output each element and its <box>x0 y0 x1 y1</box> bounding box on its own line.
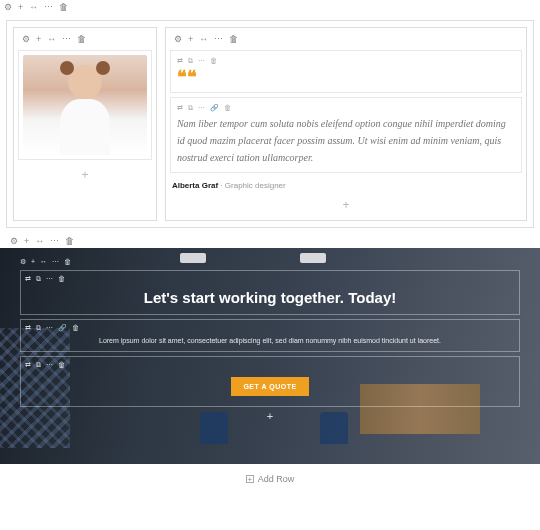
link-icon[interactable]: 🔗 <box>58 324 67 332</box>
arrows-icon[interactable]: ↔ <box>35 236 44 246</box>
element-heading[interactable]: ⇄ ⧉ ⋯ 🗑 Let's start working together. To… <box>20 270 520 315</box>
ellipsis-icon[interactable]: ⋯ <box>198 104 205 112</box>
quote-icon: ❝❝ <box>177 68 515 86</box>
plus-icon[interactable]: + <box>31 258 35 266</box>
plus-box-icon: + <box>246 475 254 483</box>
element-quote-text[interactable]: ⇄ ⧉ ⋯ 🔗 🗑 Nam liber tempor cum soluta no… <box>170 97 522 173</box>
trash-icon[interactable]: 🗑 <box>229 34 238 44</box>
arrows-icon[interactable]: ↔ <box>47 34 56 44</box>
column-toolbar: ⚙ + ↔ ⋯ 🗑 <box>18 32 152 46</box>
element-quote-icon[interactable]: ⇄ ⧉ ⋯ 🗑 ❝❝ <box>170 50 522 93</box>
dup-icon[interactable]: ⧉ <box>36 324 41 332</box>
arrows-icon[interactable]: ↔ <box>199 34 208 44</box>
alt-icon[interactable]: ⇄ <box>177 104 183 112</box>
column-image: ⚙ + ↔ ⋯ 🗑 + <box>13 27 157 221</box>
plus-icon[interactable]: + <box>24 236 29 246</box>
add-row-button[interactable]: +Add Row <box>0 464 540 494</box>
arrows-icon[interactable]: ↔ <box>40 258 47 266</box>
author-role: Graphic designer <box>225 181 286 190</box>
alt-icon[interactable]: ⇄ <box>25 324 31 332</box>
plus-icon[interactable]: + <box>18 2 23 12</box>
ellipsis-icon[interactable]: ⋯ <box>52 258 59 266</box>
section-testimonial: ⚙ + ↔ ⋯ 🗑 ⚙ + ↔ ⋯ 🗑 + ⚙ + ↔ ⋯ 🗑 ⇄ ⧉ <box>0 0 540 228</box>
add-element-button[interactable]: + <box>170 194 522 216</box>
column-content: ⚙ + ↔ ⋯ 🗑 ⇄ ⧉ ⋯ 🗑 ❝❝ ⇄ ⧉ ⋯ 🔗 🗑 Nam liber… <box>165 27 527 221</box>
element-image[interactable] <box>18 50 152 160</box>
author-name: Alberta Graf <box>172 181 218 190</box>
column-toolbar: ⚙ + ↔ ⋯ 🗑 <box>170 32 522 46</box>
section-cta: ⚙ + ↔ ⋯ 🗑 ⇄ ⧉ ⋯ 🗑 Let's start working to… <box>0 248 540 464</box>
cta-subtext: Lorem ipsum dolor sit amet, consectetuer… <box>25 334 515 347</box>
gear-icon[interactable]: ⚙ <box>174 34 182 44</box>
ellipsis-icon[interactable]: ⋯ <box>214 34 223 44</box>
ellipsis-icon[interactable]: ⋯ <box>50 236 59 246</box>
add-row-label: Add Row <box>258 474 295 484</box>
cta-heading: Let's start working together. Today! <box>25 285 515 310</box>
quote-text: Nam liber tempor cum soluta nobis eleife… <box>177 115 515 166</box>
dup-icon[interactable]: ⧉ <box>188 104 193 112</box>
trash-icon[interactable]: 🗑 <box>210 57 217 65</box>
ellipsis-icon[interactable]: ⋯ <box>62 34 71 44</box>
ellipsis-icon[interactable]: ⋯ <box>198 57 205 65</box>
ellipsis-icon[interactable]: ⋯ <box>46 361 53 369</box>
sep: · <box>218 181 225 190</box>
trash-icon[interactable]: 🗑 <box>59 2 68 12</box>
plus-icon[interactable]: + <box>188 34 193 44</box>
gear-icon[interactable]: ⚙ <box>22 34 30 44</box>
trash-icon[interactable]: 🗑 <box>58 361 65 369</box>
trash-icon[interactable]: 🗑 <box>72 324 79 332</box>
element-toolbar: ⇄ ⧉ ⋯ 🗑 <box>25 275 515 283</box>
trash-icon[interactable]: 🗑 <box>65 236 74 246</box>
arrows-icon[interactable]: ↔ <box>29 2 38 12</box>
row: ⚙ + ↔ ⋯ 🗑 + ⚙ + ↔ ⋯ 🗑 ⇄ ⧉ ⋯ 🗑 ❝❝ <box>6 20 534 228</box>
alt-icon[interactable]: ⇄ <box>25 361 31 369</box>
dup-icon[interactable]: ⧉ <box>36 275 41 283</box>
element-toolbar: ⇄ ⧉ ⋯ 🔗 🗑 <box>177 104 515 112</box>
add-element-button[interactable]: + <box>20 407 520 425</box>
ellipsis-icon[interactable]: ⋯ <box>46 275 53 283</box>
element-toolbar: ⇄ ⧉ ⋯ 🗑 <box>25 361 515 369</box>
plus-icon[interactable]: + <box>36 34 41 44</box>
ellipsis-icon[interactable]: ⋯ <box>46 324 53 332</box>
trash-icon[interactable]: 🗑 <box>58 275 65 283</box>
ellipsis-icon[interactable]: ⋯ <box>44 2 53 12</box>
section-toolbar: ⚙ + ↔ ⋯ 🗑 <box>0 0 540 14</box>
element-button[interactable]: ⇄ ⧉ ⋯ 🗑 GET A QUOTE <box>20 356 520 407</box>
element-toolbar: ⇄ ⧉ ⋯ 🗑 <box>177 57 515 65</box>
trash-icon[interactable]: 🗑 <box>224 104 231 112</box>
element-toolbar: ⇄ ⧉ ⋯ 🔗 🗑 <box>25 324 515 332</box>
dup-icon[interactable]: ⧉ <box>188 57 193 65</box>
link-icon[interactable]: 🔗 <box>210 104 219 112</box>
author-line: Alberta Graf · Graphic designer <box>170 177 522 194</box>
add-element-button[interactable]: + <box>18 164 152 186</box>
gear-icon[interactable]: ⚙ <box>4 2 12 12</box>
avatar-image <box>23 55 147 155</box>
column-toolbar: ⚙ + ↔ ⋯ 🗑 <box>20 258 520 266</box>
alt-icon[interactable]: ⇄ <box>25 275 31 283</box>
section-toolbar: ⚙ + ↔ ⋯ 🗑 <box>6 234 540 248</box>
gear-icon[interactable]: ⚙ <box>10 236 18 246</box>
element-subtext[interactable]: ⇄ ⧉ ⋯ 🔗 🗑 Lorem ipsum dolor sit amet, co… <box>20 319 520 352</box>
dup-icon[interactable]: ⧉ <box>36 361 41 369</box>
trash-icon[interactable]: 🗑 <box>77 34 86 44</box>
gear-icon[interactable]: ⚙ <box>20 258 26 266</box>
alt-icon[interactable]: ⇄ <box>177 57 183 65</box>
cta-button[interactable]: GET A QUOTE <box>231 377 308 396</box>
trash-icon[interactable]: 🗑 <box>64 258 71 266</box>
